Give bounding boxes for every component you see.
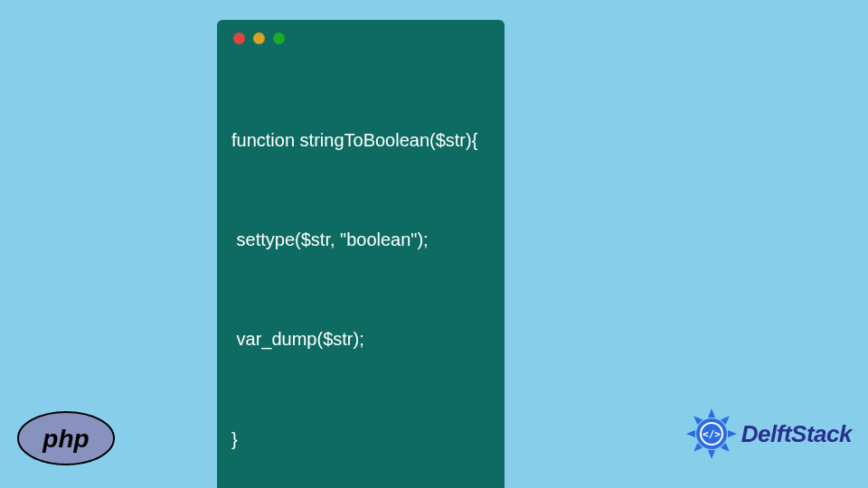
delftstack-badge-icon: </> (684, 407, 739, 461)
php-logo: php (16, 410, 116, 470)
code-line: var_dump($str); (231, 323, 490, 356)
svg-marker-1 (708, 408, 715, 418)
maximize-icon (273, 33, 285, 44)
close-icon (233, 33, 245, 44)
delftstack-text: DelftStack (741, 420, 852, 448)
svg-text:</>: </> (703, 428, 721, 440)
svg-marker-7 (686, 430, 695, 437)
php-logo-text: php (42, 425, 89, 453)
svg-marker-5 (708, 450, 715, 459)
php-logo-icon: php (16, 410, 116, 466)
code-body: function stringToBoolean($str){ settype(… (217, 52, 505, 488)
delftstack-logo: </> DelftStack (684, 407, 852, 461)
code-line: function stringToBoolean($str){ (231, 124, 490, 157)
svg-marker-3 (728, 430, 737, 437)
code-line: } (231, 423, 490, 456)
minimize-icon (253, 33, 265, 44)
code-line: settype($str, "boolean"); (231, 223, 490, 257)
window-titlebar (217, 20, 505, 52)
code-window: function stringToBoolean($str){ settype(… (217, 20, 505, 488)
